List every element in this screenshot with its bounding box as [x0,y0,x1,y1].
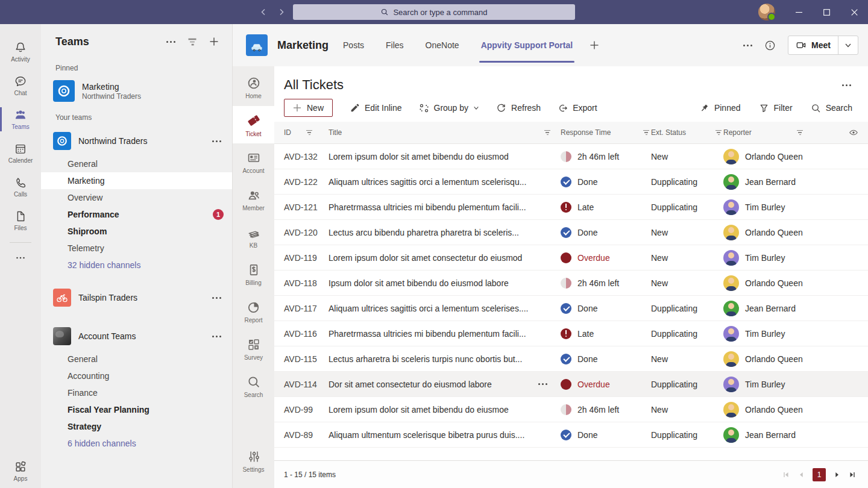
portal-rail-item-settings[interactable]: Settings [233,442,274,480]
export-button[interactable]: Export [558,103,597,113]
search-tickets-button[interactable]: Search [811,103,852,113]
next-page-icon[interactable] [834,471,841,478]
rail-item-teams[interactable]: Teams [0,102,41,136]
eye-icon[interactable] [849,128,858,137]
ticket-row-avd-119[interactable]: AVD-119Lorem ipsum dolor sit amet consec… [274,245,868,271]
channel-more-icon[interactable] [743,45,752,46]
prev-page-icon[interactable] [797,471,805,478]
channel-title: Marketing [277,39,329,52]
column-filter-icon[interactable] [795,128,805,137]
team-more-icon[interactable] [212,140,221,142]
portal-rail-item-member[interactable]: Member [233,181,274,218]
rail-item-files[interactable]: Files [0,204,41,237]
group-by-button[interactable]: Group by [419,103,480,113]
ticket-row-avd-116[interactable]: AVD-116Pharetrmassa ultricies mi bibendu… [274,321,868,346]
ticket-row-avd-89[interactable]: AVD-89Aliquam ultmentum scelerisque bibe… [274,422,868,448]
rail-item-activity[interactable]: Activity [0,35,41,69]
channel-marketing[interactable]: Marketing [41,172,232,189]
ticket-row-avd-117[interactable]: AVD-117Aliquam ultrices sagittis orci a … [274,296,868,321]
reporter-avatar [723,199,739,215]
add-tab-icon[interactable] [590,40,599,50]
portal-rail-item-survey[interactable]: Survey [233,330,274,368]
portal-rail-item-report[interactable]: Report [233,293,274,330]
tab-onenote[interactable]: OneNote [426,24,459,66]
tab-appvity-support-portal[interactable]: Appvity Support Portal [481,24,573,66]
portal-rail-item-home[interactable]: Home [233,69,274,106]
ticket-row-avd-118[interactable]: AVD-118Ipsum dolor sit amet bibendu do e… [274,271,868,296]
channel-6-hidden-channels[interactable]: 6 hidden channels [41,435,232,452]
channel-general[interactable]: General [41,351,232,368]
rail-item-calls[interactable]: Calls [0,170,41,204]
join-create-team-icon[interactable] [209,37,219,46]
channel-telemetry[interactable]: Telemetry [41,240,232,257]
ticket-row-avd-120[interactable]: AVD-120Lectus arcu bibendu pharetra phar… [274,220,868,245]
response-time-label: Done [577,304,597,313]
ticket-title: Lorem ipsum dolor sit amet bibendu do ei… [329,405,509,414]
team-item-tailspin-traders[interactable]: Tailspin Traders [41,283,232,312]
channel-performance[interactable]: Performance1 [41,206,232,223]
edit-inline-button[interactable]: Edit Inline [350,103,401,113]
ticket-row-avd-115[interactable]: AVD-115Lectus arharetra bi sceleris turp… [274,346,868,372]
minimize-button[interactable] [785,0,813,24]
search-icon [380,8,389,16]
row-more-icon[interactable] [538,383,547,385]
team-item-northwind-traders[interactable]: Northwind Traders [41,127,232,155]
reporter-name: Orlando Queen [745,228,803,237]
new-ticket-button[interactable]: New [284,99,333,117]
portal-rail-item-kb[interactable]: KB [233,218,274,255]
first-page-icon[interactable] [782,471,790,478]
channel-shiproom[interactable]: Shiproom [41,223,232,240]
user-avatar[interactable] [758,4,775,20]
refresh-button[interactable]: Refresh [496,103,541,113]
ticket-row-avd-114[interactable]: AVD-114Dor sit amet consectetur do eiusm… [274,372,868,397]
maximize-button[interactable] [813,0,840,24]
channel-32-hidden-channels[interactable]: 32 hidden channels [41,257,232,274]
close-button[interactable] [840,0,868,24]
ticket-title-cell: Pharetrmassa ultricies mi bibendu plemen… [329,202,561,212]
channel-fiscal-year-planning[interactable]: Fiscal Year Planning [41,401,232,418]
back-arrow-icon[interactable] [259,8,268,16]
rail-item-apps[interactable]: Apps [0,454,41,488]
column-filter-icon[interactable] [641,128,651,137]
channel-finance[interactable]: Finance [41,384,232,401]
column-filter-icon[interactable] [304,128,314,137]
search-command-input[interactable]: Search or type a command [293,4,575,20]
info-icon[interactable] [764,40,776,51]
forward-arrow-icon[interactable] [277,8,286,16]
last-page-icon[interactable] [849,471,856,478]
rail-more-button[interactable] [0,248,41,268]
ticket-row-avd-132[interactable]: AVD-132Lorem ipsum dolor sit amet bibend… [274,144,868,169]
rail-item-calender[interactable]: Calender [0,136,41,170]
portal-rail-item-account[interactable]: Account [233,143,274,181]
ticket-title: Ipsum dolor sit amet bibendu do eiusmod … [329,278,509,288]
tab-files[interactable]: Files [386,24,404,66]
portal-rail-item-ticket[interactable]: Ticket [233,106,274,143]
pinned-team-marketing[interactable]: MarketingNorthwind Traders [41,77,232,105]
current-page[interactable]: 1 [813,468,826,481]
teams-filter-icon[interactable] [186,36,199,48]
column-filter-icon[interactable] [714,128,723,137]
ticket-row-avd-99[interactable]: AVD-99Lorem ipsum dolor sit amet bibendu… [274,397,868,422]
tab-posts[interactable]: Posts [343,24,364,66]
channel-overview[interactable]: Overview [41,189,232,206]
channel-accounting[interactable]: Accounting [41,368,232,384]
portal-rail-item-search[interactable]: Search [233,368,274,405]
ticket-row-avd-122[interactable]: AVD-122Aliquam ultrices sagittis orci a … [274,169,868,195]
channel-strategy[interactable]: Strategy [41,418,232,435]
filter-button[interactable]: Filter [759,103,793,113]
team-more-icon[interactable] [212,336,221,337]
meet-chevron-down-icon[interactable] [838,36,858,54]
meet-button[interactable]: Meet [788,36,858,55]
page-more-icon[interactable] [842,84,851,86]
teams-more-icon[interactable] [166,41,175,43]
team-item-account-teams[interactable]: Account Teams [41,322,232,351]
ticket-title: Lectus arharetra bi sceleris turpis nunc… [329,354,522,364]
reporter-cell: Tim Burley [723,199,823,215]
portal-rail-item-billing[interactable]: Billing [233,255,274,293]
column-filter-icon[interactable] [542,128,552,137]
ticket-row-avd-121[interactable]: AVD-121Pharetrmassa ultricies mi bibendu… [274,195,868,220]
pinned-view-button[interactable]: Pinned [699,103,741,113]
rail-item-chat[interactable]: Chat [0,69,41,102]
channel-general[interactable]: General [41,155,232,172]
team-more-icon[interactable] [212,297,221,299]
